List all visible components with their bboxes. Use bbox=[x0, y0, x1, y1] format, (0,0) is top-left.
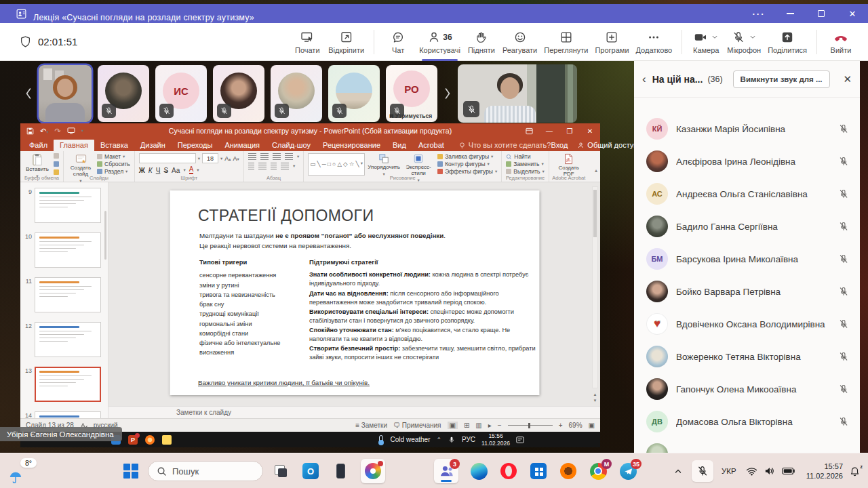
slide-13[interactable]: СТРАТЕГІЇ ДОПОМОГИ Мелтдауни та шатдауни… bbox=[170, 190, 539, 395]
back-icon[interactable]: ‹ bbox=[641, 73, 648, 86]
font-color-button[interactable]: А bbox=[189, 166, 194, 174]
toolbar-smile-button[interactable]: Реагувати bbox=[499, 27, 540, 56]
photos-icon[interactable] bbox=[361, 459, 385, 483]
panel-close-icon[interactable]: ✕ bbox=[843, 73, 852, 85]
ppt-close-button[interactable]: ✕ bbox=[580, 127, 600, 135]
participant-row[interactable]: Вожеренко Тетяна Вікторівна bbox=[634, 340, 860, 373]
chevron-down-icon[interactable] bbox=[711, 34, 718, 41]
mic-tray-icon[interactable] bbox=[448, 436, 456, 444]
store-icon[interactable] bbox=[529, 462, 548, 481]
toolbar-dots-button[interactable]: Додатково bbox=[633, 27, 676, 56]
toolbar-share-button[interactable]: Поділитися bbox=[764, 27, 810, 56]
toolbar-people-button[interactable]: 36Користувачі bbox=[416, 27, 464, 56]
grow-font-icon[interactable]: А▴ bbox=[224, 155, 231, 162]
italic-button[interactable]: К bbox=[149, 167, 153, 174]
ribbon-options-icon[interactable] bbox=[519, 127, 539, 135]
minimize-button[interactable] bbox=[774, 4, 806, 23]
paragraph-buttons-row2[interactable]: ▾ bbox=[248, 163, 299, 169]
strikethrough-button[interactable]: S bbox=[163, 167, 168, 174]
shape-fill-button[interactable]: Заливка фигуры▾ bbox=[437, 153, 497, 160]
participant-row[interactable]: ♥Вдовіченко Оксана Володимирівна bbox=[634, 308, 860, 340]
toolbar-hand-button[interactable]: Підняти bbox=[464, 27, 499, 56]
fit-slide-icon[interactable]: ▣ bbox=[589, 422, 595, 429]
slide-nav-buttons[interactable]: ▲▼ bbox=[592, 392, 598, 403]
participant-tile[interactable]: ИС bbox=[155, 65, 207, 122]
ppt-tab-4[interactable]: Переходы bbox=[172, 140, 219, 151]
ppt-restore-button[interactable]: ❐ bbox=[559, 127, 580, 135]
weather-widget[interactable]: 8° bbox=[8, 458, 50, 485]
chrome-icon[interactable]: M bbox=[589, 462, 608, 481]
change-case-button[interactable]: Аа bbox=[172, 167, 180, 174]
ppt-tab-5[interactable]: Анимация bbox=[218, 140, 266, 151]
notification-bell-icon[interactable]: z bbox=[850, 466, 860, 476]
select-button[interactable]: Выделить▾ bbox=[506, 168, 544, 175]
slide-scrollbar[interactable] bbox=[592, 186, 598, 388]
underline-button[interactable]: Ч bbox=[156, 167, 161, 174]
slide-thumbnail[interactable]: 12 bbox=[22, 322, 101, 357]
participant-row[interactable]: Гапончук Олена Микооаївна bbox=[634, 373, 860, 405]
toolbar-present-button[interactable]: Почати bbox=[290, 27, 325, 56]
toolbar-micoff-button[interactable]: Мікрофон bbox=[724, 27, 764, 56]
participant-row[interactable]: АСАндреєва Ольга Станіславівна bbox=[634, 178, 860, 210]
powerpoint-taskbar-icon[interactable]: P bbox=[128, 435, 138, 445]
clipboard-minibuttons[interactable] bbox=[54, 153, 59, 175]
zoom-out-icon[interactable]: − bbox=[498, 422, 502, 429]
ppt-tab-1[interactable]: Главная bbox=[54, 140, 94, 151]
avast-icon[interactable] bbox=[559, 462, 578, 481]
slide-sorter-icon[interactable]: ⊞ bbox=[464, 422, 469, 429]
participant-tile[interactable] bbox=[98, 65, 149, 122]
slideshow-icon[interactable]: ▸ bbox=[488, 422, 492, 429]
teams-icon[interactable]: 3 bbox=[434, 459, 458, 483]
action-center-icon[interactable] bbox=[516, 436, 524, 444]
zoom-slider[interactable] bbox=[508, 422, 553, 429]
battery-icon[interactable] bbox=[782, 467, 795, 475]
volume-icon[interactable] bbox=[764, 466, 775, 476]
sign-in-button[interactable]: Вход bbox=[551, 141, 568, 149]
strip-next-icon[interactable] bbox=[443, 87, 452, 100]
collapse-ribbon-icon[interactable]: ▴ bbox=[595, 154, 597, 174]
taskview-icon[interactable] bbox=[271, 462, 290, 481]
chevron-down-icon[interactable] bbox=[749, 34, 756, 41]
start-button[interactable] bbox=[123, 464, 138, 479]
paragraph-buttons-row1[interactable]: ▾ bbox=[248, 153, 299, 160]
toolbar-grid-button[interactable]: Переглянути bbox=[540, 27, 591, 56]
slide-thumbnail[interactable]: 13 bbox=[22, 367, 101, 402]
telegram-icon[interactable]: 35 bbox=[618, 462, 637, 481]
browser-icon[interactable] bbox=[145, 435, 155, 445]
redo-icon[interactable]: ↷ bbox=[54, 127, 60, 136]
ppt-minimize-button[interactable]: — bbox=[539, 127, 559, 135]
keyboard-language[interactable]: УКР bbox=[722, 467, 736, 475]
ppt-tab-2[interactable]: Вставка bbox=[94, 140, 134, 151]
participant-row[interactable]: ДВДомасова Ольга Вікторівна bbox=[634, 405, 860, 438]
reset-button[interactable]: Сбросить bbox=[97, 161, 130, 167]
wifi-icon[interactable] bbox=[746, 467, 757, 476]
participant-row[interactable]: БМБарсукова Ірина Миколаївна bbox=[634, 243, 860, 275]
shape-effects-button[interactable]: Эффекты фигуры▾ bbox=[437, 168, 497, 175]
search-input[interactable] bbox=[148, 461, 263, 481]
video-tile[interactable] bbox=[39, 65, 92, 122]
participant-tile[interactable] bbox=[213, 65, 264, 122]
shared-clock[interactable]: 15:5611.02.2026 bbox=[481, 432, 510, 447]
font-size-input[interactable] bbox=[202, 153, 218, 163]
participant-row[interactable] bbox=[634, 438, 860, 453]
layout-button[interactable]: Макет▾ bbox=[97, 153, 130, 160]
tell-me-box[interactable]: Что вы хотите сделать? bbox=[458, 141, 551, 151]
ppt-tab-9[interactable]: Acrobat bbox=[412, 140, 450, 151]
replace-button[interactable]: Заменить▾ bbox=[506, 161, 544, 167]
shapes-gallery[interactable]: ▭╲─□○ △◇☆╲▾ bbox=[308, 153, 365, 176]
shrink-font-icon[interactable]: А▾ bbox=[233, 155, 239, 162]
shape-outline-button[interactable]: Контур фигуры▾ bbox=[437, 161, 497, 167]
ppt-tab-0[interactable]: Файл bbox=[23, 140, 54, 151]
participant-row[interactable]: КЙКазанжи Марія Йосипівна bbox=[634, 113, 860, 145]
participant-row[interactable]: Бадило Ганна Сергіївна bbox=[634, 210, 860, 243]
section-button[interactable]: Раздел▾ bbox=[97, 168, 130, 175]
share-button[interactable]: Общий доступ bbox=[577, 141, 637, 149]
mute-all-button[interactable]: Вимкнути звук для ... bbox=[733, 70, 830, 88]
toolbar-hangup-button[interactable]: Вийти bbox=[823, 27, 859, 56]
slide-thumbnail[interactable]: 9 bbox=[22, 188, 101, 223]
video-tile[interactable] bbox=[458, 64, 577, 123]
font-name-input[interactable] bbox=[139, 153, 196, 163]
edge-icon[interactable] bbox=[469, 462, 488, 481]
participant-tile[interactable] bbox=[328, 65, 380, 122]
maximize-button[interactable] bbox=[806, 4, 837, 23]
